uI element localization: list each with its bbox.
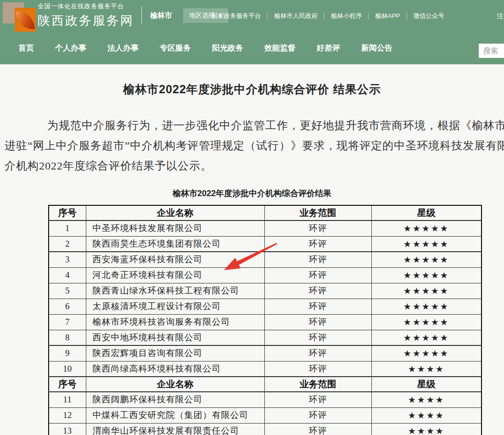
table-row: 5 陕西青山绿水环保科技工程有限公司 环评 ★★★★★ (49, 283, 482, 299)
nav-item-zone-services[interactable]: 专区服务 (155, 43, 196, 53)
cell-star-rating: ★★★★ (371, 361, 482, 377)
link-separator (407, 12, 407, 20)
cell-scope: 环评 (264, 314, 371, 330)
nav-item-efficiency[interactable]: 效能监督 (260, 43, 300, 53)
table-row: 12 中煤科工西安研究院（集团）有限公司 环评 ★★★★ (49, 407, 482, 423)
link-separator (368, 12, 369, 20)
cell-no: 9 (49, 345, 86, 361)
cell-no: 3 (49, 252, 86, 267)
column-header-scope: 业务范围 (264, 377, 371, 392)
cell-company-name: 陕西青山绿水环保科技工程有限公司 (86, 283, 264, 299)
cell-star-rating: ★★★★★ (371, 299, 482, 314)
nav-item-personal[interactable]: 个人办事 (50, 43, 91, 53)
external-links: 国家政务服务平台 榆林市人民政府 榆林小程序 榆林APP 微信公众号 (211, 12, 444, 20)
cell-scope: 环评 (264, 236, 371, 252)
brand-divider (141, 6, 142, 25)
cell-company-name: 陕西阔鹏环保科技有限公司 (86, 392, 264, 407)
nav-item-rating[interactable]: 好差评 (312, 43, 345, 53)
cell-company-name: 西安海蓝环保科技有限公司 (86, 252, 264, 267)
nav-item-news[interactable]: 新闻公告 (357, 43, 397, 53)
link-city-government[interactable]: 榆林市人民政府 (274, 12, 318, 20)
cell-no: 13 (49, 423, 86, 435)
table-row: 7 榆林市环境科技咨询服务有限公司 环评 ★★★★★ (49, 314, 482, 330)
cell-star-rating: ★★★★ (371, 423, 482, 435)
cell-company-name: 西安中地环境科技有限公司 (86, 330, 264, 345)
cell-scope: 环评 (264, 361, 371, 377)
nav-item-legal-person[interactable]: 法人办事 (103, 43, 143, 53)
paragraph-line: 介机构2022年度综合评价结果予以公示。 (5, 156, 504, 176)
cell-company-name: 陕西尚绿高科环境科技有限公司 (86, 361, 264, 377)
cell-scope: 环评 (264, 407, 371, 423)
cell-scope: 环评 (264, 392, 371, 407)
main-navigation: 首页 个人办事 法人办事 专区服务 阳光政务 效能监督 好差评 新闻公告 (0, 31, 504, 64)
cell-company-name: 中圣环境科技发展有限公司 (86, 220, 264, 236)
cell-company-name: 陕西宏辉项目咨询有限公司 (86, 345, 264, 361)
paragraph-line: 进驻“网上中介服务超市”中介机构考评管理规定（试行）》要求，现将评定的中圣环境科… (5, 136, 504, 156)
table-row: 8 西安中地环境科技有限公司 环评 ★★★★★ (49, 330, 482, 345)
cell-scope: 环评 (264, 283, 371, 299)
table-row: 11 陕西阔鹏环保科技有限公司 环评 ★★★★ (49, 392, 482, 407)
cell-company-name: 榆林市环境科技咨询服务有限公司 (86, 314, 264, 330)
register-link[interactable]: 注册 (497, 12, 504, 21)
cell-company-name: 太原核清环境工程设计有限公司 (86, 299, 264, 314)
link-separator (324, 12, 325, 20)
link-separator (267, 12, 268, 20)
cell-star-rating: ★★★★ (371, 392, 482, 407)
table-row: 1 中圣环境科技发展有限公司 环评 ★★★★★ (49, 220, 482, 236)
cell-star-rating: ★★★★★ (371, 220, 482, 236)
cell-star-rating: ★★★★★ (371, 252, 482, 267)
header-top-bar: 全国一体化在线政务服务平台 陕西政务服务网 榆林市 地区选择 ▼ 国家政务服务平… (0, 0, 504, 31)
cell-star-rating: ★★★★★ (371, 283, 482, 299)
column-header-name: 企业名称 (86, 377, 264, 392)
link-app[interactable]: 榆林APP (375, 12, 400, 20)
cell-scope: 环评 (264, 220, 371, 236)
column-header-stars: 星级 (371, 205, 482, 220)
link-wechat[interactable]: 微信公众号 (414, 12, 445, 20)
table-row: 10 陕西尚绿高科环境科技有限公司 环评 ★★★★ (49, 361, 482, 377)
cell-star-rating: ★★★★★ (371, 330, 482, 345)
brand-platform-label: 全国一体化在线政务服务平台 (38, 2, 134, 11)
cell-no: 7 (49, 314, 86, 330)
cell-company-name: 陕西雨昊生态环境集团有限公司 (86, 236, 264, 252)
brand-block: 全国一体化在线政务服务平台 陕西政务服务网 (38, 2, 134, 29)
nav-item-open-government[interactable]: 阳光政务 (207, 43, 248, 53)
cell-no: 6 (49, 299, 86, 314)
cell-star-rating: ★★★★★ (371, 345, 482, 361)
evaluation-results-table: 序号 企业名称 业务范围 星级 1 中圣环境科技发展有限公司 环评 ★★★★★ … (48, 205, 482, 435)
page-title: 榆林市2022年度涉批中介机构综合评价 结果公示 (0, 64, 504, 97)
table-caption: 榆林市2022年度涉批中介机构综合评价结果 (0, 188, 504, 199)
cell-no: 4 (49, 267, 86, 283)
cell-scope: 环评 (264, 345, 371, 361)
table-row: 6 太原核清环境工程设计有限公司 环评 ★★★★★ (49, 299, 482, 314)
nav-item-home[interactable]: 首页 (14, 43, 39, 53)
search-input[interactable] (479, 44, 504, 58)
link-national-platform[interactable]: 国家政务服务平台 (211, 12, 261, 20)
announcement-document: 榆林市2022年度涉批中介机构综合评价 结果公示 为规范中介服务行为，进一步强化… (0, 64, 504, 435)
cell-company-name: 渭南华山环保科技发展有限责任公司 (86, 423, 264, 435)
cell-scope: 环评 (264, 299, 371, 314)
search-box (479, 44, 504, 58)
cell-company-name: 中煤科工西安研究院（集团）有限公司 (86, 407, 264, 423)
table-row: 2 陕西雨昊生态环境集团有限公司 环评 ★★★★★ (49, 236, 482, 252)
table-header-row-repeat: 序号 企业名称 业务范围 星级 (49, 377, 482, 392)
cell-scope: 环评 (264, 252, 371, 267)
column-header-scope: 业务范围 (264, 205, 371, 220)
column-header-no: 序号 (49, 205, 86, 220)
cell-scope: 环评 (264, 330, 371, 345)
cell-no: 1 (49, 220, 86, 236)
column-header-name: 企业名称 (86, 205, 264, 220)
cell-company-name: 河北奇正环境科技有限公司 (86, 267, 264, 283)
table-header-row: 序号 企业名称 业务范围 星级 (49, 205, 482, 220)
cell-scope: 环评 (264, 267, 371, 283)
announcement-paragraph: 为规范中介服务行为，进一步强化中介监管工作，更好地提升我市营商环境，根据《榆林市… (5, 115, 504, 176)
paragraph-line: 为规范中介服务行为，进一步强化中介监管工作，更好地提升我市营商环境，根据《榆林市… (5, 115, 504, 136)
cell-no: 12 (49, 407, 86, 423)
table-row: 13 渭南华山环保科技发展有限责任公司 环评 ★★★★ (49, 423, 482, 435)
cell-no: 11 (49, 392, 86, 407)
table-row-highlighted-by-arrow: 4 河北奇正环境科技有限公司 环评 ★★★★★ (49, 267, 482, 283)
cell-scope: 环评 (264, 423, 371, 435)
brand-site-name: 陕西政务服务网 (38, 12, 134, 29)
link-mini-program[interactable]: 榆林小程序 (331, 12, 362, 20)
site-logo (3, 0, 35, 33)
cell-star-rating: ★★★★ (371, 407, 482, 423)
